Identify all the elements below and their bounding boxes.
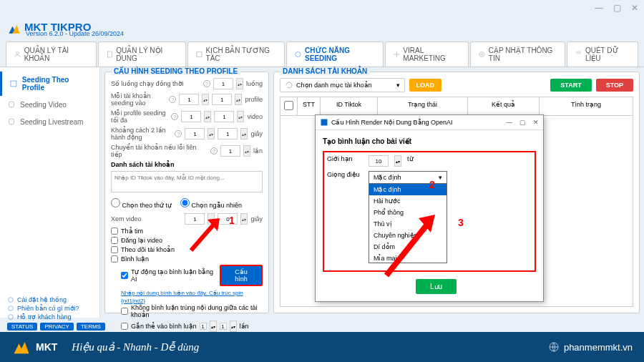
panel-accounts-title: DANH SÁCH TÀI KHOẢN (280, 67, 370, 75)
viral-icon (393, 50, 401, 59)
maximize-icon[interactable]: ▢ (613, 3, 621, 13)
info-icon[interactable]: ? (203, 80, 210, 87)
radio-order[interactable] (111, 198, 120, 207)
window-titlebar: — ▢ ✕ (0, 0, 644, 16)
annotation-1: 1 (229, 215, 235, 226)
app-logo: MKT TIKPRO Version 6.2.0 - Update 26/09/… (7, 21, 124, 37)
sidebar-item-video[interactable]: Seeding Video (0, 96, 99, 113)
gear-icon (478, 50, 486, 59)
radio-random[interactable] (180, 198, 190, 207)
config-button[interactable]: Cấu hình (220, 265, 263, 286)
minimize-icon[interactable]: — (595, 3, 603, 13)
sidebar-item-profile[interactable]: Seeding Theo Profile (0, 72, 99, 96)
chk-repost[interactable] (111, 237, 118, 244)
sidebar-item-live[interactable]: Seeding Livestream (0, 113, 99, 130)
gear-icon (7, 296, 14, 303)
modal-heading: Tạo bình luận cho bài viết (323, 137, 536, 145)
live-icon (7, 117, 16, 126)
tone-option[interactable]: Hài hước (369, 195, 447, 207)
panel-config: CẤU HÌNH SEEDING THEO PROFILE Số luồng c… (104, 72, 269, 313)
info-icon[interactable]: ? (175, 130, 182, 137)
limit-input[interactable] (369, 155, 389, 167)
footer-site[interactable]: phanmemmkt.vn (548, 341, 633, 353)
svg-point-8 (9, 119, 14, 124)
app-version: Version 6.2.0 - Update 26/09/2024 (26, 30, 124, 37)
tab-accounts[interactable]: QUẢN LÝ TÀI KHOẢN (6, 41, 97, 67)
tab-content[interactable]: QUẢN LÝ NỘI DUNG (98, 41, 186, 67)
svg-point-11 (9, 306, 14, 311)
footer: MKT Hiệu quả - Nhanh - Dễ dùng phanmemmk… (0, 332, 644, 362)
svg-point-10 (9, 298, 14, 303)
link-settings[interactable]: Cài đặt hệ thống (7, 296, 105, 303)
refresh-icon (285, 81, 293, 89)
tab-viral[interactable]: VIRAL MARKETING (385, 41, 469, 67)
svg-point-2 (296, 52, 301, 57)
svg-point-4 (479, 52, 484, 57)
app-header: MKT TIKPRO Version 6.2.0 - Update 26/09/… (0, 16, 644, 41)
profile-icon (9, 79, 18, 88)
video-icon (7, 100, 16, 109)
modal-titlebar: Cấu Hình Render Nội Dung Bằng OpenAI —▢✕ (316, 115, 543, 130)
select-all[interactable] (284, 101, 293, 110)
db-icon (575, 50, 582, 59)
chk-comment[interactable] (111, 255, 118, 263)
info-icon[interactable]: ? (210, 147, 218, 155)
modal-min-icon[interactable]: — (506, 119, 512, 126)
app-icon (320, 118, 328, 127)
logo-icon (11, 337, 31, 357)
sidebar: Seeding Theo Profile Seeding Video Seedi… (0, 67, 100, 318)
close-icon[interactable]: ✕ (631, 3, 638, 13)
link-whatsnew[interactable]: Phiên bản có gì mới? (7, 305, 105, 312)
svg-point-7 (9, 102, 14, 107)
tab-update[interactable]: CẬP NHẬT THÔNG TIN (470, 41, 565, 67)
doc-icon (106, 50, 114, 59)
start-button[interactable]: START (550, 79, 591, 92)
footer-logo: MKT (11, 337, 57, 357)
seed-icon (294, 50, 302, 59)
threads-input[interactable] (213, 78, 233, 89)
stop-button[interactable]: STOP (596, 79, 633, 92)
user-icon (14, 50, 21, 59)
chk-follow[interactable] (111, 246, 118, 253)
footer-tagline: Hiệu quả - Nhanh - Dễ dùng (72, 341, 199, 353)
svg-point-3 (481, 54, 483, 56)
svg-point-12 (9, 315, 14, 320)
chk-ai[interactable] (121, 272, 128, 279)
link-support[interactable]: Hỗ trợ khách hàng (7, 313, 105, 321)
tab-scripts[interactable]: KỊCH BẢN TƯƠNG TÁC (187, 41, 286, 67)
chk-like[interactable] (111, 228, 118, 235)
modal-close-icon[interactable]: ✕ (533, 119, 539, 126)
main-tabbar: QUẢN LÝ TÀI KHOẢN QUẢN LÝ NỘI DUNG KỊCH … (0, 41, 644, 67)
save-button[interactable]: Lưu (416, 279, 457, 294)
globe-icon (548, 341, 560, 353)
pill-status[interactable]: STATUS (7, 323, 37, 331)
svg-point-0 (16, 52, 19, 54)
panel-config-title: CẤU HÌNH SEEDING THEO PROFILE (111, 67, 240, 75)
link-spin[interactable]: Nhập nội dung bình luận vào đây. Cấu trú… (121, 290, 243, 304)
logo-icon (7, 21, 21, 36)
help-icon (7, 313, 14, 321)
pill-privacy[interactable]: PRIVACY (40, 323, 74, 331)
category-dropdown[interactable]: Chọn danh mục tài khoản▾ (280, 78, 405, 92)
tab-scrape[interactable]: QUÉT DỮ LIỆU (567, 41, 638, 67)
pill-terms[interactable]: TERMS (77, 323, 105, 331)
info-icon[interactable]: ? (169, 96, 176, 103)
svg-rect-6 (11, 81, 16, 87)
account-list-input[interactable] (111, 171, 263, 192)
modal-max-icon[interactable]: ▢ (519, 119, 526, 126)
spinner[interactable]: ▴▾ (236, 78, 243, 89)
chevron-down-icon: ▾ (396, 82, 400, 89)
load-button[interactable]: LOAD (409, 79, 442, 92)
annotation-3: 3 (458, 217, 464, 228)
svg-point-5 (576, 52, 580, 54)
info-icon[interactable]: ? (171, 113, 178, 120)
svg-rect-9 (321, 119, 328, 126)
arrow-1 (187, 211, 230, 254)
script-icon (195, 50, 203, 59)
info-icon (7, 305, 14, 312)
tab-seeding[interactable]: CHỨC NĂNG SEEDING (286, 41, 383, 67)
chk-tag[interactable] (121, 323, 128, 330)
svg-rect-1 (107, 52, 112, 57)
chk-nodupe[interactable] (121, 308, 128, 315)
chevron-down-icon: ▾ (439, 174, 442, 181)
